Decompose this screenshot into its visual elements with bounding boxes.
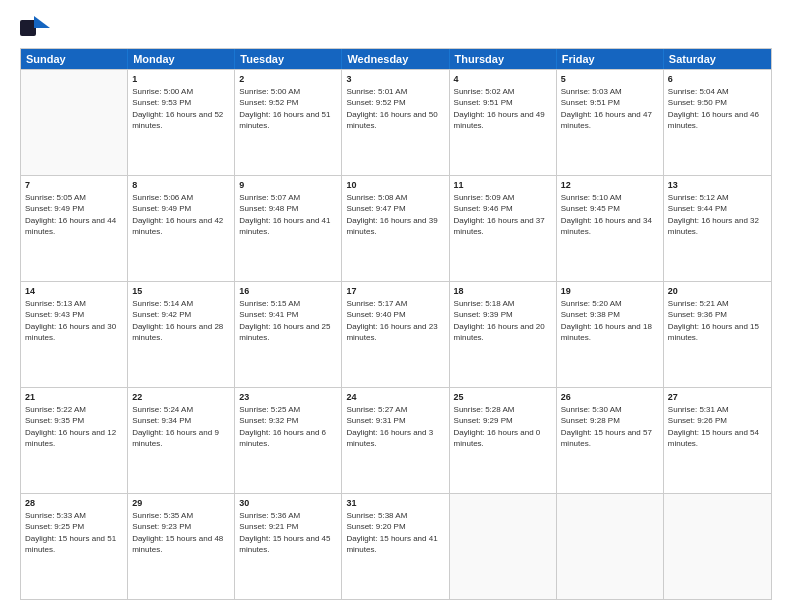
day-number: 8 [132,179,230,191]
day-number: 5 [561,73,659,85]
calendar-cell: 19Sunrise: 5:20 AMSunset: 9:38 PMDayligh… [557,282,664,387]
calendar-row: 7Sunrise: 5:05 AMSunset: 9:49 PMDaylight… [21,175,771,281]
calendar-cell: 24Sunrise: 5:27 AMSunset: 9:31 PMDayligh… [342,388,449,493]
calendar-cell: 4Sunrise: 5:02 AMSunset: 9:51 PMDaylight… [450,70,557,175]
calendar-cell: 22Sunrise: 5:24 AMSunset: 9:34 PMDayligh… [128,388,235,493]
day-number: 11 [454,179,552,191]
calendar-cell: 11Sunrise: 5:09 AMSunset: 9:46 PMDayligh… [450,176,557,281]
calendar-cell: 25Sunrise: 5:28 AMSunset: 9:29 PMDayligh… [450,388,557,493]
day-number: 27 [668,391,767,403]
sun-info: Sunrise: 5:21 AMSunset: 9:36 PMDaylight:… [668,298,767,343]
calendar-cell: 13Sunrise: 5:12 AMSunset: 9:44 PMDayligh… [664,176,771,281]
sun-info: Sunrise: 5:36 AMSunset: 9:21 PMDaylight:… [239,510,337,555]
weekday-header: Wednesday [342,49,449,69]
svg-marker-1 [34,16,50,28]
sun-info: Sunrise: 5:38 AMSunset: 9:20 PMDaylight:… [346,510,444,555]
sun-info: Sunrise: 5:08 AMSunset: 9:47 PMDaylight:… [346,192,444,237]
weekday-header: Tuesday [235,49,342,69]
calendar-row: 28Sunrise: 5:33 AMSunset: 9:25 PMDayligh… [21,493,771,599]
sun-info: Sunrise: 5:14 AMSunset: 9:42 PMDaylight:… [132,298,230,343]
day-number: 4 [454,73,552,85]
sun-info: Sunrise: 5:27 AMSunset: 9:31 PMDaylight:… [346,404,444,449]
day-number: 18 [454,285,552,297]
calendar-cell: 21Sunrise: 5:22 AMSunset: 9:35 PMDayligh… [21,388,128,493]
sun-info: Sunrise: 5:22 AMSunset: 9:35 PMDaylight:… [25,404,123,449]
calendar-row: 21Sunrise: 5:22 AMSunset: 9:35 PMDayligh… [21,387,771,493]
weekday-header: Saturday [664,49,771,69]
calendar-cell: 3Sunrise: 5:01 AMSunset: 9:52 PMDaylight… [342,70,449,175]
calendar-cell: 12Sunrise: 5:10 AMSunset: 9:45 PMDayligh… [557,176,664,281]
calendar-cell: 30Sunrise: 5:36 AMSunset: 9:21 PMDayligh… [235,494,342,599]
sun-info: Sunrise: 5:35 AMSunset: 9:23 PMDaylight:… [132,510,230,555]
calendar-cell: 2Sunrise: 5:00 AMSunset: 9:52 PMDaylight… [235,70,342,175]
day-number: 12 [561,179,659,191]
calendar-cell [450,494,557,599]
day-number: 17 [346,285,444,297]
calendar-cell: 7Sunrise: 5:05 AMSunset: 9:49 PMDaylight… [21,176,128,281]
day-number: 22 [132,391,230,403]
calendar-cell: 28Sunrise: 5:33 AMSunset: 9:25 PMDayligh… [21,494,128,599]
calendar-cell: 23Sunrise: 5:25 AMSunset: 9:32 PMDayligh… [235,388,342,493]
calendar-cell: 16Sunrise: 5:15 AMSunset: 9:41 PMDayligh… [235,282,342,387]
sun-info: Sunrise: 5:01 AMSunset: 9:52 PMDaylight:… [346,86,444,131]
calendar-row: 14Sunrise: 5:13 AMSunset: 9:43 PMDayligh… [21,281,771,387]
sun-info: Sunrise: 5:33 AMSunset: 9:25 PMDaylight:… [25,510,123,555]
calendar-cell: 8Sunrise: 5:06 AMSunset: 9:49 PMDaylight… [128,176,235,281]
calendar-cell: 29Sunrise: 5:35 AMSunset: 9:23 PMDayligh… [128,494,235,599]
sun-info: Sunrise: 5:18 AMSunset: 9:39 PMDaylight:… [454,298,552,343]
weekday-header: Friday [557,49,664,69]
day-number: 28 [25,497,123,509]
day-number: 24 [346,391,444,403]
sun-info: Sunrise: 5:24 AMSunset: 9:34 PMDaylight:… [132,404,230,449]
day-number: 19 [561,285,659,297]
sun-info: Sunrise: 5:06 AMSunset: 9:49 PMDaylight:… [132,192,230,237]
sun-info: Sunrise: 5:12 AMSunset: 9:44 PMDaylight:… [668,192,767,237]
calendar-cell: 1Sunrise: 5:00 AMSunset: 9:53 PMDaylight… [128,70,235,175]
day-number: 29 [132,497,230,509]
sun-info: Sunrise: 5:25 AMSunset: 9:32 PMDaylight:… [239,404,337,449]
day-number: 16 [239,285,337,297]
day-number: 23 [239,391,337,403]
sun-info: Sunrise: 5:30 AMSunset: 9:28 PMDaylight:… [561,404,659,449]
calendar-cell: 31Sunrise: 5:38 AMSunset: 9:20 PMDayligh… [342,494,449,599]
day-number: 9 [239,179,337,191]
sun-info: Sunrise: 5:02 AMSunset: 9:51 PMDaylight:… [454,86,552,131]
day-number: 10 [346,179,444,191]
calendar-cell [21,70,128,175]
day-number: 30 [239,497,337,509]
sun-info: Sunrise: 5:00 AMSunset: 9:52 PMDaylight:… [239,86,337,131]
sun-info: Sunrise: 5:00 AMSunset: 9:53 PMDaylight:… [132,86,230,131]
sun-info: Sunrise: 5:17 AMSunset: 9:40 PMDaylight:… [346,298,444,343]
sun-info: Sunrise: 5:05 AMSunset: 9:49 PMDaylight:… [25,192,123,237]
sun-info: Sunrise: 5:09 AMSunset: 9:46 PMDaylight:… [454,192,552,237]
day-number: 6 [668,73,767,85]
calendar-cell: 14Sunrise: 5:13 AMSunset: 9:43 PMDayligh… [21,282,128,387]
day-number: 14 [25,285,123,297]
calendar-cell: 15Sunrise: 5:14 AMSunset: 9:42 PMDayligh… [128,282,235,387]
day-number: 26 [561,391,659,403]
logo [20,16,54,40]
weekday-header: Sunday [21,49,128,69]
sun-info: Sunrise: 5:03 AMSunset: 9:51 PMDaylight:… [561,86,659,131]
sun-info: Sunrise: 5:15 AMSunset: 9:41 PMDaylight:… [239,298,337,343]
sun-info: Sunrise: 5:20 AMSunset: 9:38 PMDaylight:… [561,298,659,343]
calendar-cell: 17Sunrise: 5:17 AMSunset: 9:40 PMDayligh… [342,282,449,387]
day-number: 15 [132,285,230,297]
weekday-header: Thursday [450,49,557,69]
day-number: 13 [668,179,767,191]
header [20,16,772,40]
calendar-cell: 20Sunrise: 5:21 AMSunset: 9:36 PMDayligh… [664,282,771,387]
calendar-body: 1Sunrise: 5:00 AMSunset: 9:53 PMDaylight… [21,69,771,599]
sun-info: Sunrise: 5:28 AMSunset: 9:29 PMDaylight:… [454,404,552,449]
calendar-cell: 18Sunrise: 5:18 AMSunset: 9:39 PMDayligh… [450,282,557,387]
calendar-cell: 6Sunrise: 5:04 AMSunset: 9:50 PMDaylight… [664,70,771,175]
page: SundayMondayTuesdayWednesdayThursdayFrid… [0,0,792,612]
day-number: 21 [25,391,123,403]
calendar-cell: 5Sunrise: 5:03 AMSunset: 9:51 PMDaylight… [557,70,664,175]
calendar-cell [557,494,664,599]
sun-info: Sunrise: 5:10 AMSunset: 9:45 PMDaylight:… [561,192,659,237]
day-number: 20 [668,285,767,297]
calendar-cell: 9Sunrise: 5:07 AMSunset: 9:48 PMDaylight… [235,176,342,281]
calendar-cell: 27Sunrise: 5:31 AMSunset: 9:26 PMDayligh… [664,388,771,493]
sun-info: Sunrise: 5:07 AMSunset: 9:48 PMDaylight:… [239,192,337,237]
